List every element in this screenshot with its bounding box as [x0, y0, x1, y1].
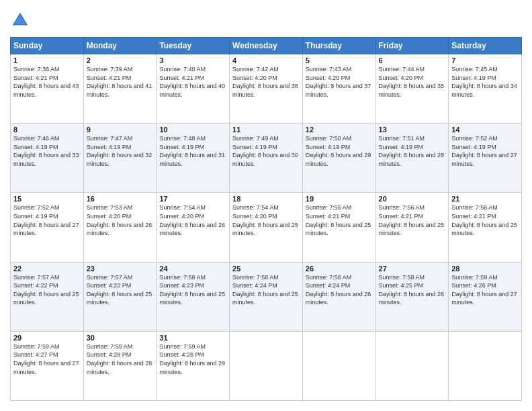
day-number: 30	[87, 334, 154, 342]
sunset-label: Sunset: 4:20 PM	[159, 213, 204, 220]
day-info: Sunrise: 7:44 AM Sunset: 4:20 PM Dayligh…	[379, 65, 446, 99]
day-number: 18	[232, 195, 300, 203]
daylight-label: Daylight: 8 hours and 28 minutes.	[379, 152, 445, 167]
sunrise-label: Sunrise: 7:44 AM	[379, 66, 425, 73]
calendar-cell: 19 Sunrise: 7:55 AM Sunset: 4:21 PM Dayl…	[302, 193, 375, 262]
calendar-cell: 23 Sunrise: 7:57 AM Sunset: 4:22 PM Dayl…	[83, 262, 157, 331]
daylight-label: Daylight: 8 hours and 34 minutes.	[451, 83, 517, 98]
day-info: Sunrise: 7:43 AM Sunset: 4:20 PM Dayligh…	[306, 65, 373, 99]
daylight-label: Daylight: 8 hours and 29 minutes.	[159, 360, 225, 375]
sunrise-label: Sunrise: 7:59 AM	[13, 343, 60, 350]
sunrise-label: Sunrise: 7:54 AM	[159, 204, 206, 211]
day-number: 20	[379, 195, 446, 203]
sunrise-label: Sunrise: 7:57 AM	[13, 274, 60, 281]
sunset-label: Sunset: 4:19 PM	[13, 144, 58, 150]
calendar-cell: 5 Sunrise: 7:43 AM Sunset: 4:20 PM Dayli…	[302, 54, 375, 124]
daylight-label: Daylight: 8 hours and 25 minutes.	[13, 291, 79, 306]
sunset-label: Sunset: 4:19 PM	[306, 144, 351, 150]
day-number: 5	[306, 56, 373, 64]
sunrise-label: Sunrise: 7:58 AM	[159, 274, 206, 281]
sunrise-label: Sunrise: 7:58 AM	[379, 274, 425, 281]
daylight-label: Daylight: 8 hours and 27 minutes.	[13, 360, 79, 375]
day-info: Sunrise: 7:56 AM Sunset: 4:21 PM Dayligh…	[451, 203, 519, 237]
calendar-cell	[230, 331, 303, 400]
day-number: 24	[159, 265, 226, 273]
calendar-cell	[449, 331, 522, 400]
calendar-cell: 16 Sunrise: 7:53 AM Sunset: 4:20 PM Dayl…	[83, 193, 157, 262]
sunset-label: Sunset: 4:19 PM	[232, 144, 277, 150]
sunrise-label: Sunrise: 7:40 AM	[159, 66, 206, 73]
weekday-header: Friday	[375, 38, 449, 54]
day-info: Sunrise: 7:48 AM Sunset: 4:19 PM Dayligh…	[159, 134, 226, 168]
daylight-label: Daylight: 8 hours and 26 minutes.	[87, 222, 152, 237]
calendar-cell: 30 Sunrise: 7:59 AM Sunset: 4:28 PM Dayl…	[83, 331, 157, 400]
daylight-label: Daylight: 8 hours and 35 minutes.	[379, 83, 445, 98]
daylight-label: Daylight: 8 hours and 37 minutes.	[306, 83, 371, 98]
calendar-cell: 6 Sunrise: 7:44 AM Sunset: 4:20 PM Dayli…	[375, 54, 449, 124]
day-info: Sunrise: 7:58 AM Sunset: 4:23 PM Dayligh…	[159, 273, 226, 307]
day-number: 27	[379, 265, 446, 273]
calendar-cell: 10 Sunrise: 7:48 AM Sunset: 4:19 PM Dayl…	[157, 124, 230, 193]
weekday-header: Wednesday	[230, 38, 303, 54]
day-number: 14	[451, 126, 519, 134]
day-info: Sunrise: 7:58 AM Sunset: 4:24 PM Dayligh…	[232, 273, 300, 307]
calendar-cell	[302, 331, 375, 400]
sunrise-label: Sunrise: 7:50 AM	[306, 135, 352, 142]
calendar-cell: 12 Sunrise: 7:50 AM Sunset: 4:19 PM Dayl…	[302, 124, 375, 193]
header	[10, 10, 522, 30]
day-number: 8	[13, 126, 81, 134]
sunset-label: Sunset: 4:20 PM	[232, 213, 277, 220]
sunset-label: Sunset: 4:20 PM	[87, 213, 132, 220]
sunset-label: Sunset: 4:21 PM	[306, 213, 351, 220]
sunset-label: Sunset: 4:24 PM	[306, 282, 351, 289]
day-number: 29	[13, 334, 81, 342]
daylight-label: Daylight: 8 hours and 33 minutes.	[13, 152, 79, 167]
calendar-cell: 11 Sunrise: 7:49 AM Sunset: 4:19 PM Dayl…	[230, 124, 303, 193]
page: SundayMondayTuesdayWednesdayThursdayFrid…	[0, 0, 532, 411]
sunrise-label: Sunrise: 7:43 AM	[306, 66, 352, 73]
sunset-label: Sunset: 4:26 PM	[451, 282, 496, 289]
day-info: Sunrise: 7:59 AM Sunset: 4:28 PM Dayligh…	[159, 342, 226, 376]
sunset-label: Sunset: 4:21 PM	[87, 75, 132, 81]
calendar-cell: 7 Sunrise: 7:45 AM Sunset: 4:19 PM Dayli…	[449, 54, 522, 124]
day-number: 26	[306, 265, 373, 273]
sunrise-label: Sunrise: 7:45 AM	[451, 66, 498, 73]
day-number: 15	[13, 195, 81, 203]
sunrise-label: Sunrise: 7:46 AM	[13, 135, 60, 142]
day-number: 12	[306, 126, 373, 134]
calendar-cell: 2 Sunrise: 7:39 AM Sunset: 4:21 PM Dayli…	[83, 54, 157, 124]
day-number: 10	[159, 126, 226, 134]
calendar-cell: 22 Sunrise: 7:57 AM Sunset: 4:22 PM Dayl…	[11, 262, 84, 331]
daylight-label: Daylight: 8 hours and 43 minutes.	[13, 83, 79, 98]
day-number: 7	[451, 56, 519, 64]
sunrise-label: Sunrise: 7:56 AM	[451, 204, 498, 211]
sunrise-label: Sunrise: 7:38 AM	[13, 66, 60, 73]
calendar-cell: 13 Sunrise: 7:51 AM Sunset: 4:19 PM Dayl…	[375, 124, 449, 193]
calendar-cell: 29 Sunrise: 7:59 AM Sunset: 4:27 PM Dayl…	[11, 331, 84, 400]
calendar-cell: 25 Sunrise: 7:58 AM Sunset: 4:24 PM Dayl…	[230, 262, 303, 331]
daylight-label: Daylight: 8 hours and 25 minutes.	[451, 222, 517, 237]
day-number: 3	[159, 56, 226, 64]
daylight-label: Daylight: 8 hours and 29 minutes.	[306, 152, 371, 167]
sunrise-label: Sunrise: 7:57 AM	[87, 274, 133, 281]
sunset-label: Sunset: 4:22 PM	[87, 282, 132, 289]
day-number: 11	[232, 126, 300, 134]
sunset-label: Sunset: 4:19 PM	[451, 144, 496, 150]
day-number: 13	[379, 126, 446, 134]
weekday-header: Tuesday	[157, 38, 230, 54]
sunrise-label: Sunrise: 7:53 AM	[87, 204, 133, 211]
day-info: Sunrise: 7:38 AM Sunset: 4:21 PM Dayligh…	[13, 65, 81, 99]
sunrise-label: Sunrise: 7:58 AM	[232, 274, 279, 281]
sunset-label: Sunset: 4:28 PM	[159, 351, 204, 358]
day-info: Sunrise: 7:58 AM Sunset: 4:24 PM Dayligh…	[306, 273, 373, 307]
day-info: Sunrise: 7:40 AM Sunset: 4:21 PM Dayligh…	[159, 65, 226, 99]
sunrise-label: Sunrise: 7:42 AM	[232, 66, 279, 73]
sunrise-label: Sunrise: 7:49 AM	[232, 135, 279, 142]
sunrise-label: Sunrise: 7:54 AM	[232, 204, 279, 211]
day-number: 25	[232, 265, 300, 273]
daylight-label: Daylight: 8 hours and 25 minutes.	[232, 291, 298, 306]
sunset-label: Sunset: 4:19 PM	[13, 213, 58, 220]
calendar-cell: 31 Sunrise: 7:59 AM Sunset: 4:28 PM Dayl…	[157, 331, 230, 400]
daylight-label: Daylight: 8 hours and 32 minutes.	[87, 152, 152, 167]
sunrise-label: Sunrise: 7:39 AM	[87, 66, 133, 73]
